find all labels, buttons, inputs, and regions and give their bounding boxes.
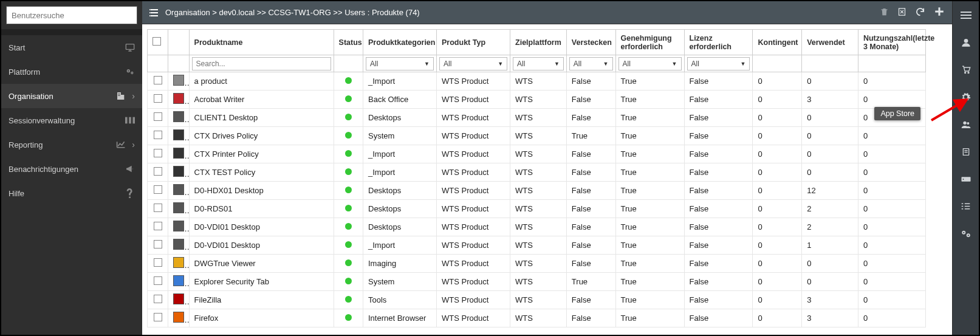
cell-license: False — [684, 218, 753, 236]
table-row[interactable]: D0-HDX01 DesktopDesktopsWTS ProductWTSFa… — [148, 182, 926, 200]
col-approval[interactable]: Genehmigung erforderlich — [615, 30, 684, 55]
cell-category: Back Office — [363, 91, 437, 109]
col-quota[interactable]: Kontingent — [753, 30, 802, 55]
cell-approval: True — [615, 72, 684, 91]
table-row[interactable]: CTX Printer Policy_ImportWTS ProductWTSF… — [148, 145, 926, 163]
rail-server-icon[interactable] — [953, 165, 979, 193]
status-dot-icon — [345, 114, 352, 120]
svg-point-30 — [967, 122, 969, 125]
sidebar-item-sessionverwaltung[interactable]: Sessionverwaltung — [1, 108, 142, 132]
cell-name: CTX TEST Policy — [189, 163, 334, 182]
row-checkbox[interactable] — [154, 313, 162, 321]
rail-user-icon[interactable] — [953, 29, 979, 56]
svg-rect-25 — [961, 18, 971, 19]
row-checkbox[interactable] — [154, 76, 162, 84]
filter-category[interactable]: All▼ — [366, 57, 434, 70]
cell-approval: True — [615, 145, 684, 163]
sidebar-item-organisation[interactable]: Organisation› — [1, 84, 142, 108]
sidebar-item-start[interactable]: Start — [1, 35, 142, 60]
cell-used: 1 — [802, 236, 858, 255]
table-row[interactable]: D0-VDI01 Desktop_ImportWTS ProductWTSFal… — [148, 236, 926, 255]
col-type[interactable]: Produkt Typ — [437, 30, 510, 55]
rail-list-icon[interactable] — [953, 1, 979, 29]
filter-hidden[interactable]: All▼ — [569, 57, 613, 70]
cell-usage: 0 — [858, 145, 925, 163]
col-name[interactable]: Produktname — [189, 30, 334, 55]
table-row[interactable]: DWGTrue ViewerImagingWTS ProductWTSFalse… — [148, 255, 926, 273]
rail-users-icon[interactable] — [953, 111, 979, 138]
cell-name: D0-RDS01 — [189, 200, 334, 218]
rail-settings-icon[interactable] — [953, 83, 979, 111]
row-checkbox[interactable] — [154, 185, 162, 194]
add-icon[interactable] — [934, 6, 945, 19]
cell-license: False — [684, 291, 753, 309]
cell-platform: WTS — [510, 127, 567, 145]
app-icon — [173, 75, 184, 86]
row-checkbox[interactable] — [154, 276, 162, 285]
row-checkbox[interactable] — [154, 240, 162, 249]
svg-point-32 — [962, 179, 964, 180]
table-row[interactable]: a product_ImportWTS ProductWTSFalseTrueF… — [148, 72, 926, 91]
row-checkbox[interactable] — [154, 204, 162, 212]
table-row[interactable]: D0-VDI01 DesktopDesktopsWTS ProductWTSFa… — [148, 218, 926, 236]
col-usage[interactable]: Nutzungszahl(letzte 3 Monate) — [858, 30, 925, 55]
filter-platform[interactable]: All▼ — [513, 57, 564, 70]
filter-approval[interactable]: All▼ — [618, 57, 682, 70]
svg-rect-0 — [126, 44, 134, 50]
cell-type: WTS Product — [437, 273, 510, 291]
sidebar-item-reporting[interactable]: Reporting› — [1, 132, 142, 157]
rail-gears-icon[interactable] — [953, 220, 979, 247]
sidebar-item-plattform[interactable]: Plattform — [1, 60, 142, 84]
row-checkbox[interactable] — [154, 295, 162, 303]
row-checkbox[interactable] — [154, 222, 162, 230]
sidebar-item-hilfe[interactable]: Hilfe — [1, 181, 142, 205]
cell-quota: 0 — [753, 182, 802, 200]
filter-license[interactable]: All▼ — [687, 57, 750, 70]
list-icon — [149, 9, 159, 17]
col-status[interactable]: Status — [334, 30, 363, 55]
filter-type[interactable]: All▼ — [439, 57, 507, 70]
cell-approval: True — [615, 182, 684, 200]
row-checkbox[interactable] — [154, 167, 162, 176]
svg-rect-23 — [961, 12, 971, 13]
table-row[interactable]: CLIENT1 DesktopDesktopsWTS ProductWTSFal… — [148, 109, 926, 127]
cell-quota: 0 — [753, 127, 802, 145]
trash-icon[interactable] — [880, 7, 889, 18]
cell-hidden: True — [566, 127, 615, 145]
refresh-icon[interactable] — [915, 7, 925, 19]
filter-search-input[interactable] — [192, 57, 331, 70]
col-used[interactable]: Verwendet — [802, 30, 858, 55]
table-row[interactable]: FileZillaToolsWTS ProductWTSFalseTrueFal… — [148, 291, 926, 309]
col-category[interactable]: Produktkategorien — [363, 30, 437, 55]
table-row[interactable]: CTX TEST Policy_ImportWTS ProductWTSFals… — [148, 163, 926, 182]
app-icon — [173, 312, 184, 323]
rail-cart-icon[interactable] — [953, 56, 979, 83]
svg-rect-9 — [118, 95, 119, 96]
col-hidden[interactable]: Verstecken — [566, 30, 615, 55]
table-row[interactable]: Acrobat WriterBack OfficeWTS ProductWTSF… — [148, 91, 926, 109]
cell-approval: True — [615, 91, 684, 109]
cell-name: D0-HDX01 Desktop — [189, 182, 334, 200]
cell-platform: WTS — [510, 236, 567, 255]
row-checkbox[interactable] — [154, 131, 162, 139]
row-checkbox[interactable] — [154, 94, 162, 103]
col-license[interactable]: Lizenz erforderlich — [684, 30, 753, 55]
row-checkbox[interactable] — [154, 258, 162, 267]
table-row[interactable]: Explorer Security TabSystemWTS ProductWT… — [148, 273, 926, 291]
cell-quota: 0 — [753, 109, 802, 127]
export-icon[interactable] — [897, 7, 906, 18]
rail-book-icon[interactable] — [953, 138, 979, 165]
row-checkbox[interactable] — [154, 149, 162, 157]
rail-tasks-icon[interactable] — [953, 193, 979, 220]
table-row[interactable]: CTX Drives PolicySystemWTS ProductWTSTru… — [148, 127, 926, 145]
sidebar-item-benachrichtigungen[interactable]: Benachrichtigungen — [1, 157, 142, 181]
select-all-checkbox[interactable] — [152, 37, 161, 46]
table-row[interactable]: FirefoxInternet BrowserWTS ProductWTSFal… — [148, 309, 926, 327]
svg-rect-8 — [120, 94, 120, 94]
table-row[interactable]: D0-RDS01DesktopsWTS ProductWTSFalseTrueF… — [148, 200, 926, 218]
user-search-input[interactable] — [6, 6, 137, 24]
col-platform[interactable]: Zielplattform — [510, 30, 567, 55]
cell-type: WTS Product — [437, 145, 510, 163]
row-checkbox[interactable] — [154, 112, 162, 121]
svg-rect-14 — [151, 9, 158, 10]
